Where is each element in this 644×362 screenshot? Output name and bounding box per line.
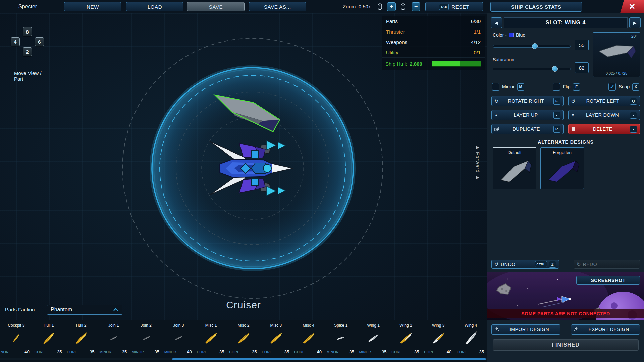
layer-up-button[interactable]: ▲ LAYER UP - xyxy=(491,110,564,120)
mirror-checkbox[interactable] xyxy=(492,83,499,90)
duplicate-button[interactable]: DUPLICATE P xyxy=(491,124,564,134)
part-icon xyxy=(422,329,454,347)
rotate-left-button[interactable]: ↺ ROTATE LEFT Q xyxy=(568,96,640,106)
parts-scrollbar-track[interactable] xyxy=(0,358,487,360)
slot-title: SLOT: WING 4 xyxy=(504,17,628,28)
reset-view-button[interactable]: TAB RESET xyxy=(425,2,483,11)
part-name: Join 3 xyxy=(162,323,195,328)
tab-key-badge: TAB xyxy=(439,4,449,10)
color-slider-handle[interactable] xyxy=(532,43,538,49)
undo-redo-row: ↺ UNDO CTRL Z ↻ REDO xyxy=(491,259,640,269)
color-value-box[interactable]: 55 xyxy=(575,40,589,50)
forward-label: Forward xyxy=(475,152,481,173)
slot-next-button[interactable]: ▶ xyxy=(629,17,641,28)
flip-checkbox[interactable] xyxy=(553,83,560,90)
part-item[interactable]: Misc 1 CORE 35 xyxy=(195,320,227,362)
part-name: Join 2 xyxy=(130,323,162,328)
load-button[interactable]: LOAD xyxy=(126,2,183,11)
ship-stats-panel: Parts 6/30 Thruster 1/1 Weapons 4/12 Uti… xyxy=(382,16,485,70)
duplicate-delete-row: DUPLICATE P DELETE - xyxy=(491,124,640,134)
design-card[interactable]: Forgotten xyxy=(540,147,584,189)
part-cost: 35 xyxy=(90,349,94,354)
part-meta: MINOR 35 xyxy=(132,349,159,354)
design-name: Default xyxy=(493,150,536,155)
part-item[interactable]: Misc 3 CORE 35 xyxy=(260,320,292,362)
part-type: CORE xyxy=(294,350,305,354)
export-design-button[interactable]: EXPORT DESIGN xyxy=(571,324,640,335)
z-key-badge: Z xyxy=(549,261,556,268)
stat-label: Parts xyxy=(386,18,398,24)
part-item[interactable]: Spike 1 MINOR 35 xyxy=(325,320,357,362)
mirror-key-badge: M xyxy=(517,83,524,90)
part-item[interactable]: Join 2 MINOR 35 xyxy=(130,320,162,362)
parts-scrollbar-thumb[interactable] xyxy=(172,358,486,360)
hull-label: Ship Hull: xyxy=(385,61,407,67)
part-editor-panel: ◀ SLOT: WING 4 ▶ Color - Blue 55 20° 0.0… xyxy=(487,13,644,362)
saturation-value-box[interactable]: 82 xyxy=(575,62,589,73)
snap-group: ✓ Snap X xyxy=(608,83,639,90)
stat-row: Utility 0/1 xyxy=(382,47,485,58)
zoom-in-button[interactable]: + xyxy=(387,2,396,11)
part-name: Hull 2 xyxy=(65,323,98,328)
part-item[interactable]: Wing 1 MINOR 35 xyxy=(357,320,390,362)
close-button[interactable]: ✕ xyxy=(620,0,644,13)
save-as-button[interactable]: SAVE AS... xyxy=(249,2,306,11)
part-item[interactable]: Misc 4 CORE 40 xyxy=(292,320,325,362)
saturation-slider-handle[interactable] xyxy=(552,66,558,72)
snap-checkbox[interactable]: ✓ xyxy=(608,83,616,90)
save-button[interactable]: SAVE xyxy=(187,2,245,11)
part-meta: CORE 35 xyxy=(67,349,95,354)
move-pad-label: Move View / Part xyxy=(14,70,48,82)
close-icon: ✕ xyxy=(629,2,635,11)
redo-icon: ↻ xyxy=(577,262,581,267)
design-card[interactable]: Default xyxy=(493,147,536,189)
mouse-wheel-icon xyxy=(401,3,405,10)
part-type: CORE xyxy=(35,350,45,354)
part-icon xyxy=(65,329,98,347)
flip-group: Flip F xyxy=(553,83,580,90)
saturation-slider[interactable] xyxy=(493,68,571,70)
part-cost: 40 xyxy=(24,349,29,354)
delete-button[interactable]: DELETE - xyxy=(568,124,640,134)
flip-key-badge: F xyxy=(573,83,580,90)
forward-arrow-icon: ▶ xyxy=(476,175,479,180)
part-item[interactable]: Cockpit 3 MINOR 40 xyxy=(0,320,33,362)
part-cost: 35 xyxy=(349,349,354,354)
rotate-right-button[interactable]: ↻ ROTATE RIGHT E xyxy=(491,96,564,106)
part-item[interactable]: Hull 1 CORE 35 xyxy=(33,320,65,362)
color-slider[interactable] xyxy=(493,45,571,48)
snap-label: Snap xyxy=(619,84,630,89)
redo-button[interactable]: ↻ REDO xyxy=(574,260,640,269)
part-position: 0.025 / 0.725 xyxy=(593,71,640,75)
part-item[interactable]: Wing 4 CORE 35 xyxy=(454,320,487,362)
editor-canvas[interactable]: 8 4 6 2 Move View / Part Parts 6/30 Thru… xyxy=(0,13,487,320)
part-meta: CORE 35 xyxy=(35,349,62,354)
part-item[interactable]: Wing 2 CORE 35 xyxy=(390,320,422,362)
finished-button[interactable]: FINISHED xyxy=(493,339,639,351)
part-item[interactable]: Misc 2 CORE 35 xyxy=(227,320,260,362)
rotate-row: ↻ ROTATE RIGHT E ↺ ROTATE LEFT Q xyxy=(491,96,640,106)
hull-row: Ship Hull: 2,800 xyxy=(382,58,485,70)
part-meta: CORE 35 xyxy=(392,349,419,354)
screenshot-button[interactable]: SCREENSHOT xyxy=(576,276,640,285)
snap-key-badge: X xyxy=(632,83,639,90)
faction-dropdown[interactable]: Phantom xyxy=(47,305,122,315)
hull-progress-fill xyxy=(432,61,460,66)
part-item[interactable]: Join 3 MINOR 40 xyxy=(162,320,195,362)
import-design-button[interactable]: IMPORT DESIGN xyxy=(491,324,560,335)
new-button[interactable]: NEW xyxy=(64,2,121,11)
zoom-out-button[interactable]: − xyxy=(412,2,420,11)
part-name: Misc 3 xyxy=(260,323,292,328)
ship-class-stats-button[interactable]: SHIP CLASS STATS xyxy=(490,2,582,12)
undo-button[interactable]: ↺ UNDO CTRL Z xyxy=(491,260,559,269)
slot-prev-button[interactable]: ◀ xyxy=(491,17,502,28)
part-item[interactable]: Hull 2 CORE 35 xyxy=(65,320,98,362)
layer-down-button[interactable]: ▼ LAYER DOWN - xyxy=(568,110,640,120)
part-icon xyxy=(0,329,33,347)
delete-key-badge: - xyxy=(630,126,637,133)
part-item[interactable]: Wing 3 CORE 40 xyxy=(422,320,454,362)
part-item[interactable]: Join 1 MINOR 35 xyxy=(97,320,130,362)
layer-up-key-badge: - xyxy=(553,112,560,119)
part-name: Cockpit 3 xyxy=(0,323,33,328)
part-icon xyxy=(454,329,487,347)
